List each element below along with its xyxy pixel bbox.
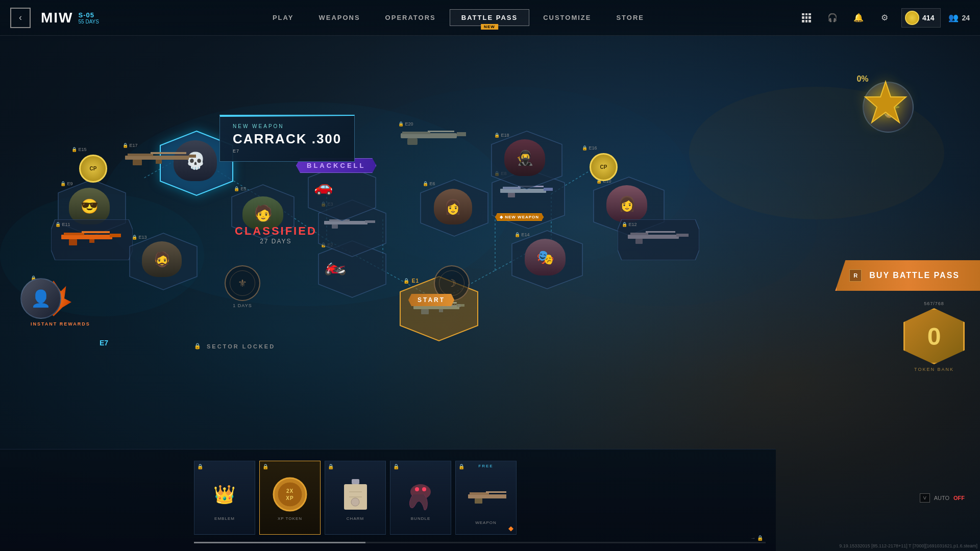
- svg-rect-63: [133, 160, 142, 165]
- friends-icon: 👥: [948, 13, 959, 22]
- bundle-svg: [403, 477, 438, 512]
- reward-card-1[interactable]: 🔒 👑 EMBLEM: [194, 461, 255, 535]
- svg-rect-54: [646, 231, 675, 233]
- svg-point-82: [415, 487, 419, 491]
- nav-store[interactable]: STORE: [605, 10, 655, 26]
- e6-operator-img: 👩: [434, 189, 472, 224]
- card5-type: WEAPON: [475, 520, 497, 525]
- e15-cp-coin: CP: [79, 155, 107, 183]
- nav-weapons[interactable]: WEAPONS: [307, 10, 371, 26]
- svg-rect-25: [439, 309, 443, 312]
- node-e12[interactable]: 🔒 E12: [618, 219, 699, 260]
- e11-weapon-img: [59, 229, 125, 251]
- classified-block: CLASSIFIED 27 DAYS: [235, 224, 317, 245]
- new-badge: NEW: [481, 24, 498, 30]
- sector-ring-right-inner: ☽: [439, 270, 464, 296]
- buy-battle-pass-button[interactable]: « R BUY BATTLE PASS: [835, 260, 980, 291]
- currency-icon: [905, 11, 919, 25]
- headset-button[interactable]: 🎧: [823, 9, 842, 27]
- e11-label: 🔒 E11: [55, 222, 70, 227]
- reward-card-5[interactable]: 🔒 FREE WEAPON: [455, 461, 517, 535]
- auto-label: AUTO: [934, 495, 949, 501]
- card4-img: [400, 474, 441, 515]
- e13-label: 🔒 E13: [132, 235, 147, 240]
- node-e14[interactable]: 🔒 E14 🎭: [510, 230, 584, 290]
- e5-label: 🔒 E5: [234, 186, 247, 191]
- card1-type: EMBLEM: [214, 516, 235, 521]
- reward-card-3[interactable]: 🔒 CHARM: [325, 461, 386, 535]
- e7-bottom-label: E7: [100, 339, 108, 347]
- node-e6[interactable]: 🔒 E6 👩: [419, 179, 490, 237]
- star-svg: [863, 79, 909, 125]
- node-e17[interactable]: 🔒 E17: [122, 143, 199, 172]
- nav-customize[interactable]: CUSTOMIZE: [532, 10, 602, 26]
- svg-marker-71: [865, 82, 906, 122]
- logo-text: MIW: [41, 10, 74, 26]
- e11-gun-svg: [59, 229, 125, 249]
- e18-operator-img: 🥷: [504, 139, 545, 176]
- currency-display[interactable]: 414: [901, 8, 941, 28]
- svg-rect-76: [352, 479, 359, 484]
- svg-rect-86: [486, 491, 506, 493]
- svg-rect-60: [128, 154, 153, 156]
- nav-play[interactable]: PLAY: [261, 10, 305, 26]
- nav-battle-pass[interactable]: BATTLE PASS NEW: [450, 9, 529, 26]
- reward-card-2[interactable]: 🔒 2X XP XP TOKEN: [259, 461, 321, 535]
- token-value: 0: [927, 322, 941, 350]
- scroll-lock-icon: → 🔒: [750, 535, 763, 541]
- card2-img: 2X XP: [270, 474, 310, 515]
- svg-rect-41: [508, 193, 515, 197]
- node-e18[interactable]: 🔒 E18 🥷: [490, 130, 564, 190]
- classified-text: CLASSIFIED: [235, 224, 317, 238]
- node-e20[interactable]: 🔒 E20: [398, 121, 470, 149]
- svg-rect-70: [407, 138, 418, 145]
- card5-free-label: FREE: [456, 464, 516, 468]
- season-code: S-05: [79, 11, 99, 19]
- nav-operators[interactable]: OPERATORS: [374, 10, 447, 26]
- settings-button[interactable]: ⚙: [875, 9, 894, 27]
- token-bank: 567/768 0 TOKEN BANK: [903, 301, 965, 372]
- svg-rect-31: [332, 224, 338, 229]
- scroll-thumb: [194, 542, 365, 543]
- weapon-tooltip[interactable]: NEW WEAPON CARRACK .300 E7: [219, 115, 355, 162]
- node-e13[interactable]: 🔒 E13 🧔: [128, 232, 199, 291]
- node-e15[interactable]: 🔒 E15 CP: [69, 147, 120, 198]
- svg-rect-52: [628, 235, 679, 239]
- auto-off-control[interactable]: V AUTO OFF: [920, 493, 965, 503]
- node-e11[interactable]: 🔒 E11: [51, 219, 133, 260]
- e13-operator-img: 🧔: [142, 241, 182, 277]
- card3-lock-icon: 🔒: [328, 464, 334, 469]
- reward-card-4[interactable]: 🔒 BUNDLE: [390, 461, 451, 535]
- bottom-reward-strip: 🔒 👑 EMBLEM 🔒 2X XP XP TOKEN: [0, 449, 776, 551]
- grid-view-button[interactable]: [797, 9, 816, 27]
- season-days: 55 DAYS: [79, 19, 99, 24]
- e17-gun-svg: [122, 149, 199, 170]
- grid-icon: [802, 13, 811, 22]
- card4-lock-icon: 🔒: [393, 464, 399, 469]
- svg-rect-49: [69, 239, 77, 245]
- star-percent: 0%: [856, 74, 868, 84]
- e17-label: 🔒 E17: [122, 143, 199, 148]
- sector-ring-left: ⚜: [225, 265, 260, 301]
- e1-label: 🔒 E1: [403, 278, 419, 284]
- friends-display[interactable]: 👥 24: [948, 13, 970, 22]
- charm-svg: [341, 477, 370, 512]
- scroll-track[interactable]: → 🔒: [194, 542, 766, 543]
- notification-button[interactable]: 🔔: [849, 9, 868, 27]
- card5-img: [465, 478, 506, 519]
- instant-rewards[interactable]: 🔒 👤 INSTANT REWARDS: [31, 276, 90, 327]
- nav-right-icons: 🎧 🔔 ⚙ 414 👥 24: [797, 8, 970, 28]
- sector-ring-left-inner: ⚜: [230, 270, 255, 296]
- nav-menu: PLAY WEAPONS OPERATORS BATTLE PASS NEW C…: [119, 9, 797, 26]
- svg-rect-50: [89, 239, 94, 243]
- buy-bp-text: BUY BATTLE PASS: [869, 271, 960, 280]
- svg-point-83: [422, 487, 426, 491]
- game-logo: MIW S-05 55 DAYS: [41, 10, 99, 26]
- friends-count: 24: [962, 14, 970, 22]
- currency-value: 414: [922, 14, 934, 22]
- token-bank-label: TOKEN BANK: [914, 367, 954, 372]
- node-e16[interactable]: 🔒 E16 CP: [579, 145, 630, 196]
- svg-rect-48: [110, 234, 121, 237]
- auto-state: OFF: [953, 495, 965, 501]
- back-button[interactable]: ‹: [10, 8, 31, 28]
